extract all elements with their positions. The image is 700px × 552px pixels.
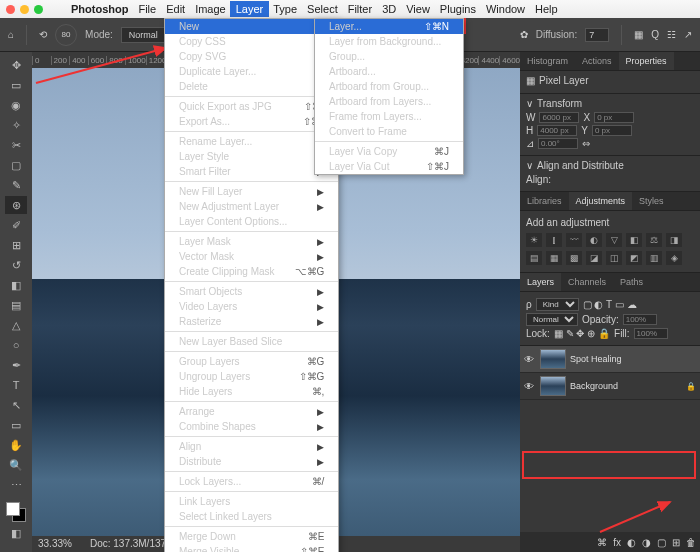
quick-mask-icon[interactable]: ◧ bbox=[5, 524, 27, 542]
tab-layers[interactable]: Layers bbox=[520, 273, 561, 291]
lock-icons[interactable]: ▦ ✎ ✥ ⊕ 🔒 bbox=[554, 328, 610, 339]
stamp-tool-icon[interactable]: ⊞ bbox=[5, 236, 27, 254]
adj-threshold-icon[interactable]: ◩ bbox=[626, 251, 642, 265]
move-tool-icon[interactable]: ✥ bbox=[5, 56, 27, 74]
adj-curves-icon[interactable]: 〰 bbox=[566, 233, 582, 247]
layer-item[interactable]: 👁 Spot Healing bbox=[520, 346, 700, 373]
link-layers-icon[interactable]: ⌘ bbox=[597, 537, 607, 548]
adj-vibrance-icon[interactable]: ▽ bbox=[606, 233, 622, 247]
frame-tool-icon[interactable]: ▢ bbox=[5, 156, 27, 174]
adj-photo-icon[interactable]: ▤ bbox=[526, 251, 542, 265]
menu-select[interactable]: Select bbox=[307, 3, 338, 15]
menu-image[interactable]: Image bbox=[195, 3, 226, 15]
menu-item[interactable]: Layer Style▶ bbox=[165, 149, 338, 164]
menu-item[interactable]: Create Clipping Mask⌥⌘G bbox=[165, 264, 338, 279]
shape-tool-icon[interactable]: ▭ bbox=[5, 416, 27, 434]
menu-item[interactable]: Copy CSS bbox=[165, 34, 338, 49]
transform-x[interactable] bbox=[594, 112, 634, 123]
color-swatch[interactable] bbox=[6, 502, 26, 522]
eraser-tool-icon[interactable]: ◧ bbox=[5, 276, 27, 294]
crop-tool-icon[interactable]: ✂ bbox=[5, 136, 27, 154]
menu-item[interactable]: Lock Layers...⌘/ bbox=[165, 474, 338, 489]
adjustment-layer-icon[interactable]: ◑ bbox=[642, 537, 651, 548]
adj-invert-icon[interactable]: ◪ bbox=[586, 251, 602, 265]
adj-mixer-icon[interactable]: ▦ bbox=[546, 251, 562, 265]
menu-item[interactable]: New Layer Based Slice bbox=[165, 334, 338, 349]
healing-tool-icon[interactable]: ⊛ bbox=[5, 196, 27, 214]
group-icon[interactable]: ▢ bbox=[657, 537, 666, 548]
layer-thumb[interactable] bbox=[540, 376, 566, 396]
menu-help[interactable]: Help bbox=[535, 3, 558, 15]
tab-adjustments[interactable]: Adjustments bbox=[569, 192, 633, 210]
transform-angle[interactable] bbox=[538, 138, 578, 149]
tab-actions[interactable]: Actions bbox=[575, 52, 619, 70]
menu-item[interactable]: Layer Via Copy⌘J bbox=[315, 144, 463, 159]
menu-item[interactable]: Export As...⇧⌘" bbox=[165, 114, 338, 129]
tab-channels[interactable]: Channels bbox=[561, 273, 613, 291]
mask-icon[interactable]: ◐ bbox=[627, 537, 636, 548]
close-window-icon[interactable] bbox=[6, 5, 15, 14]
menu-item[interactable]: Smart Objects▶ bbox=[165, 284, 338, 299]
menu-item[interactable]: Delete▶ bbox=[165, 79, 338, 94]
wand-tool-icon[interactable]: ✧ bbox=[5, 116, 27, 134]
menu-item[interactable]: Frame from Layers... bbox=[315, 109, 463, 124]
flip-icon[interactable]: ⇔ bbox=[582, 138, 590, 149]
transform-h[interactable] bbox=[537, 125, 577, 136]
settings-icon[interactable]: ✿ bbox=[520, 29, 528, 40]
maximize-window-icon[interactable] bbox=[34, 5, 43, 14]
path-tool-icon[interactable]: ↖ bbox=[5, 396, 27, 414]
menu-item[interactable]: Layer from Background... bbox=[315, 34, 463, 49]
menu-layer[interactable]: Layer bbox=[230, 1, 270, 17]
menu-item[interactable]: Copy SVG bbox=[165, 49, 338, 64]
marquee-tool-icon[interactable]: ▭ bbox=[5, 76, 27, 94]
dodge-tool-icon[interactable]: ○ bbox=[5, 336, 27, 354]
home-icon[interactable]: ⌂ bbox=[8, 29, 14, 40]
search-icon[interactable]: Q bbox=[651, 29, 659, 40]
menu-item[interactable]: Rename Layer... bbox=[165, 134, 338, 149]
hand-tool-icon[interactable]: ✋ bbox=[5, 436, 27, 454]
fill-input[interactable] bbox=[634, 328, 668, 339]
delete-icon[interactable]: 🗑 bbox=[686, 537, 696, 548]
menu-item[interactable]: Merge Down⌘E bbox=[165, 529, 338, 544]
diffusion-input[interactable] bbox=[585, 28, 609, 42]
tab-paths[interactable]: Paths bbox=[613, 273, 650, 291]
tab-properties[interactable]: Properties bbox=[619, 52, 674, 70]
adj-balance-icon[interactable]: ⚖ bbox=[646, 233, 662, 247]
menu-3d[interactable]: 3D bbox=[382, 3, 396, 15]
adj-poster-icon[interactable]: ◫ bbox=[606, 251, 622, 265]
gradient-tool-icon[interactable]: ▤ bbox=[5, 296, 27, 314]
menu-item[interactable]: Duplicate Layer... bbox=[165, 64, 338, 79]
lasso-tool-icon[interactable]: ◉ bbox=[5, 96, 27, 114]
layer-thumb[interactable] bbox=[540, 349, 566, 369]
menu-file[interactable]: File bbox=[138, 3, 156, 15]
menu-item[interactable]: Layer...⇧⌘N bbox=[315, 19, 463, 34]
visibility-icon[interactable]: 👁 bbox=[524, 354, 536, 365]
menu-view[interactable]: View bbox=[406, 3, 430, 15]
menu-item[interactable]: Group Layers⌘G bbox=[165, 354, 338, 369]
adj-hue-icon[interactable]: ◧ bbox=[626, 233, 642, 247]
adj-selective-icon[interactable]: ◈ bbox=[666, 251, 682, 265]
tab-histogram[interactable]: Histogram bbox=[520, 52, 575, 70]
transform-y[interactable] bbox=[592, 125, 632, 136]
new-layer-icon[interactable]: ⊞ bbox=[672, 537, 680, 548]
adj-levels-icon[interactable]: ⫿ bbox=[546, 233, 562, 247]
menu-item[interactable]: Group... bbox=[315, 49, 463, 64]
adj-exposure-icon[interactable]: ◐ bbox=[586, 233, 602, 247]
layer-kind-select[interactable]: Kind bbox=[536, 298, 579, 311]
menu-item[interactable]: Video Layers▶ bbox=[165, 299, 338, 314]
blur-tool-icon[interactable]: △ bbox=[5, 316, 27, 334]
grid-icon[interactable]: ▦ bbox=[634, 29, 643, 40]
fx-icon[interactable]: fx bbox=[613, 537, 621, 548]
menu-window[interactable]: Window bbox=[486, 3, 525, 15]
pen-tool-icon[interactable]: ✒ bbox=[5, 356, 27, 374]
adj-brightness-icon[interactable]: ☀ bbox=[526, 233, 542, 247]
layer-item[interactable]: 👁 Background 🔒 bbox=[520, 373, 700, 400]
menu-item[interactable]: Artboard from Layers... bbox=[315, 94, 463, 109]
brush-tool-icon[interactable]: ✐ bbox=[5, 216, 27, 234]
zoom-tool-icon[interactable]: 🔍 bbox=[5, 456, 27, 474]
menu-item[interactable]: New▶ bbox=[165, 19, 338, 34]
eyedropper-tool-icon[interactable]: ✎ bbox=[5, 176, 27, 194]
spot-healing-icon[interactable]: ⟲ bbox=[39, 29, 47, 40]
menu-item[interactable]: Merge Visible⇧⌘E bbox=[165, 544, 338, 552]
adj-bw-icon[interactable]: ◨ bbox=[666, 233, 682, 247]
